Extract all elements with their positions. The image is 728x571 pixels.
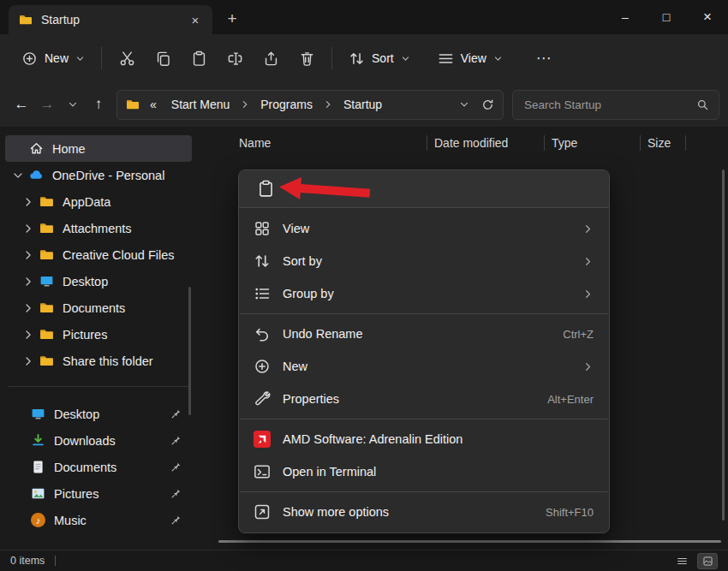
terminal-icon bbox=[254, 463, 271, 480]
sidebar-item-home[interactable]: Home bbox=[5, 135, 192, 162]
column-header-size[interactable]: Size bbox=[641, 136, 685, 150]
menu-divider bbox=[240, 491, 608, 492]
red-arrow-annotation bbox=[277, 175, 373, 208]
sidebar-item-label: AppData bbox=[63, 195, 110, 209]
back-button[interactable]: ← bbox=[9, 92, 34, 117]
sidebar-item-share-this-folder[interactable]: Share this folder bbox=[5, 348, 192, 374]
copy-button[interactable] bbox=[145, 42, 181, 74]
share-icon bbox=[263, 51, 279, 67]
sidebar-scrollbar[interactable] bbox=[188, 287, 191, 415]
paste-icon[interactable] bbox=[257, 180, 275, 198]
chevron-right-icon[interactable] bbox=[22, 276, 34, 288]
menu-item-amd-software[interactable]: AMD Software: Adrenalin Edition bbox=[243, 423, 605, 455]
details-view-button[interactable] bbox=[671, 553, 692, 569]
search-input[interactable] bbox=[522, 98, 696, 112]
paste-button[interactable] bbox=[181, 42, 217, 74]
chevron-down-icon[interactable] bbox=[12, 170, 24, 181]
menu-item-label: View bbox=[283, 222, 309, 235]
sidebar-pinned-pictures[interactable]: Pictures bbox=[5, 480, 192, 507]
sidebar-pinned-downloads[interactable]: Downloads bbox=[5, 427, 192, 454]
search-box[interactable] bbox=[512, 90, 719, 120]
menu-item-show-more-options[interactable]: Show more options Shift+F10 bbox=[243, 496, 605, 528]
view-list-icon bbox=[438, 51, 454, 67]
sidebar-pinned-music[interactable]: ♪ Music bbox=[5, 507, 192, 533]
menu-item-properties[interactable]: Properties Alt+Enter bbox=[243, 383, 605, 415]
sidebar-pinned-documents[interactable]: Documents bbox=[5, 454, 192, 480]
breadcrumb-item-programs[interactable]: Programs bbox=[256, 95, 317, 114]
sidebar-item-desktop[interactable]: Desktop bbox=[5, 268, 192, 294]
breadcrumb-overflow[interactable]: « bbox=[146, 95, 161, 114]
address-bar[interactable]: « Start Menu Programs Startup bbox=[116, 90, 504, 120]
column-separator[interactable] bbox=[685, 135, 686, 151]
explorer-tab[interactable]: Startup × bbox=[9, 5, 212, 34]
menu-item-undo-rename[interactable]: Undo Rename Ctrl+Z bbox=[243, 318, 605, 350]
chevron-right-icon[interactable] bbox=[22, 355, 34, 367]
sort-button[interactable]: Sort bbox=[339, 44, 420, 74]
folder-icon bbox=[39, 300, 54, 315]
see-more-button[interactable]: ⋯ bbox=[528, 45, 560, 71]
maximize-button[interactable]: □ bbox=[646, 0, 687, 34]
breadcrumb-item-start-menu[interactable]: Start Menu bbox=[167, 95, 234, 114]
chevron-right-icon[interactable] bbox=[22, 329, 34, 341]
menu-item-label: Show more options bbox=[283, 505, 389, 519]
sidebar-item-label: Desktop bbox=[54, 407, 99, 421]
new-tab-button[interactable]: + bbox=[219, 6, 245, 32]
sidebar-item-label: Downloads bbox=[54, 434, 116, 448]
submenu-chevron-icon bbox=[582, 256, 594, 267]
menu-item-new[interactable]: New bbox=[243, 350, 605, 383]
sidebar-item-creative-cloud-files[interactable]: Creative Cloud Files bbox=[5, 241, 192, 268]
copy-icon bbox=[155, 51, 171, 67]
cut-button[interactable] bbox=[109, 42, 145, 74]
rename-button[interactable] bbox=[217, 42, 253, 74]
column-header-date-modified[interactable]: Date modified bbox=[427, 136, 544, 150]
horizontal-scrollbar[interactable] bbox=[218, 540, 721, 543]
chevron-right-icon[interactable] bbox=[22, 302, 34, 314]
refresh-icon[interactable] bbox=[481, 98, 494, 111]
folder-icon bbox=[19, 13, 33, 27]
grid-icon bbox=[254, 220, 271, 237]
share-button[interactable] bbox=[253, 42, 289, 74]
chevron-right-icon[interactable] bbox=[22, 249, 34, 261]
context-menu: View Sort by Group by Undo Rename Ctrl+Z bbox=[238, 170, 610, 533]
up-button[interactable]: ↑ bbox=[86, 92, 111, 117]
menu-item-label: Sort by bbox=[283, 254, 322, 268]
sidebar-pinned-desktop[interactable]: Desktop bbox=[5, 401, 192, 427]
view-button[interactable]: View bbox=[428, 44, 512, 74]
menu-item-sort-by[interactable]: Sort by bbox=[243, 245, 605, 277]
sidebar-item-onedrive[interactable]: OneDrive - Personal bbox=[5, 162, 192, 188]
view-button-label: View bbox=[461, 51, 486, 65]
sidebar-item-appdata[interactable]: AppData bbox=[5, 188, 192, 215]
chevron-right-icon[interactable] bbox=[22, 223, 34, 235]
titlebar: Startup × + – □ × bbox=[0, 0, 728, 34]
trash-icon bbox=[299, 51, 315, 67]
sidebar-item-pictures[interactable]: Pictures bbox=[5, 321, 192, 348]
sidebar-item-attachments[interactable]: Attachments bbox=[5, 215, 192, 241]
menu-item-label: New bbox=[283, 360, 307, 373]
sidebar-item-label: Pictures bbox=[63, 328, 107, 342]
close-button[interactable]: × bbox=[687, 0, 728, 34]
tab-close-icon[interactable]: × bbox=[185, 9, 206, 30]
menu-shortcut: Ctrl+Z bbox=[563, 328, 594, 341]
chevron-right-icon[interactable] bbox=[22, 196, 34, 208]
menu-item-view[interactable]: View bbox=[243, 212, 605, 245]
column-header-type[interactable]: Type bbox=[545, 136, 640, 150]
large-thumbnails-view-button[interactable] bbox=[697, 553, 718, 569]
column-header-name[interactable]: Name bbox=[232, 136, 427, 150]
breadcrumb-item-startup[interactable]: Startup bbox=[339, 95, 386, 114]
status-bar: 0 items bbox=[0, 550, 728, 571]
menu-item-group-by[interactable]: Group by bbox=[243, 277, 605, 310]
monitor-icon bbox=[39, 274, 54, 288]
pin-icon bbox=[170, 488, 182, 499]
minimize-button[interactable]: – bbox=[605, 0, 646, 34]
sidebar-item-documents[interactable]: Documents bbox=[5, 294, 192, 321]
sidebar-item-label: Pictures bbox=[54, 487, 98, 501]
menu-item-open-in-terminal[interactable]: Open in Terminal bbox=[243, 455, 605, 488]
recent-locations-button[interactable] bbox=[60, 92, 86, 117]
new-button[interactable]: New bbox=[12, 44, 94, 74]
forward-button[interactable]: → bbox=[34, 92, 60, 117]
sidebar-item-label: Creative Cloud Files bbox=[63, 248, 175, 262]
delete-button[interactable] bbox=[289, 42, 325, 74]
file-list-header: Name Date modified Type Size bbox=[198, 127, 728, 159]
vertical-scrollbar[interactable] bbox=[722, 170, 725, 520]
address-dropdown-icon[interactable] bbox=[459, 99, 469, 110]
